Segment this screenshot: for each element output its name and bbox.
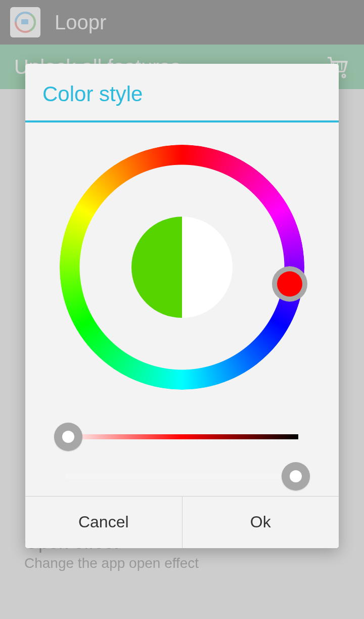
lightness-slider[interactable] [53,457,311,496]
saturation-track [66,434,298,439]
lightness-thumb[interactable] [282,462,310,490]
color-style-dialog: Color style [25,64,339,548]
dialog-title: Color style [25,64,339,120]
saturation-thumb[interactable] [54,423,82,451]
cancel-button[interactable]: Cancel [25,497,183,548]
saturation-slider[interactable] [53,417,311,457]
lightness-track [66,474,298,479]
hue-thumb[interactable] [272,266,307,302]
hue-thumb-inner [277,271,302,297]
hue-wheel[interactable] [60,145,304,390]
dialog-button-bar: Cancel Ok [25,496,339,548]
ok-button[interactable]: Ok [183,497,339,548]
color-picker-area [25,122,339,496]
sliders-group [53,417,311,496]
color-preview [131,217,233,318]
